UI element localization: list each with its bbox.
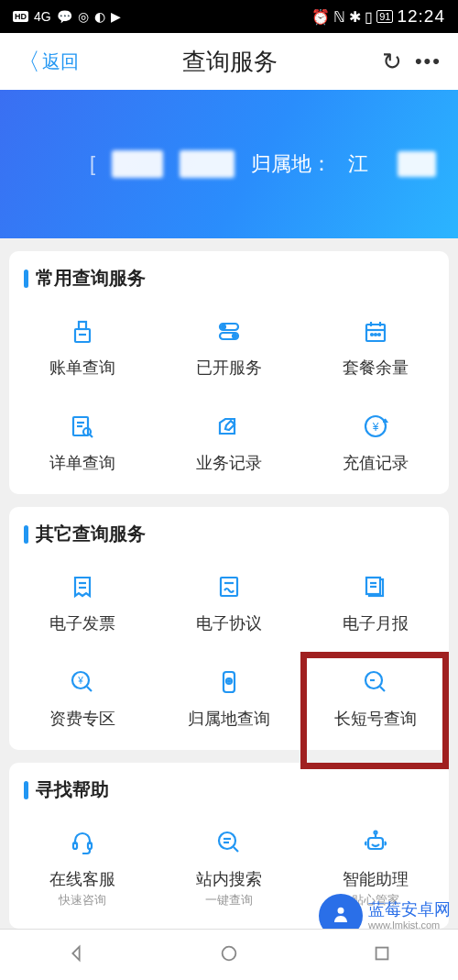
phone-number-masked bbox=[180, 150, 234, 178]
nfc-icon: ℕ bbox=[333, 8, 345, 26]
item-label: 电子发票 bbox=[49, 612, 115, 634]
svg-rect-48 bbox=[376, 947, 387, 959]
section-title: 寻找帮助 bbox=[9, 763, 449, 811]
search-doc-icon bbox=[206, 824, 252, 861]
svg-line-37 bbox=[380, 687, 385, 691]
status-bar: HD 4G 💬 ◎ ◐ ▶ ⏰ ℕ ✱ ▯ 91 12:24 bbox=[0, 0, 458, 33]
video-icon: ▶ bbox=[111, 9, 121, 24]
item-label: 在线客服 bbox=[49, 868, 115, 890]
agreement-icon bbox=[206, 568, 252, 605]
item-label: 业务记录 bbox=[196, 452, 262, 474]
e-agreement[interactable]: 电子协议 bbox=[156, 556, 302, 651]
svg-point-34 bbox=[228, 680, 230, 682]
page-title: 查询服务 bbox=[182, 46, 278, 78]
item-label: 已开服务 bbox=[196, 357, 262, 379]
svg-point-46 bbox=[375, 831, 377, 834]
svg-rect-39 bbox=[88, 842, 92, 849]
title-accent bbox=[24, 270, 28, 288]
section-other: 其它查询服务 电子发票 电子协议 电子月报 bbox=[9, 507, 449, 750]
site-search[interactable]: 站内搜索 一键查询 bbox=[156, 811, 302, 925]
number-query[interactable]: 长短号查询 bbox=[302, 651, 449, 746]
item-label: 归属地查询 bbox=[188, 708, 270, 730]
attribution-value: 江 bbox=[348, 150, 368, 178]
svg-line-31 bbox=[87, 687, 92, 691]
attribution-query[interactable]: 归属地查询 bbox=[156, 651, 302, 746]
music-icon: ◐ bbox=[94, 9, 105, 24]
back-button[interactable]: 〈 返回 bbox=[16, 46, 79, 78]
chevron-left-icon: 〈 bbox=[16, 46, 40, 78]
app-header: 〈 返回 查询服务 ↻ ••• bbox=[0, 33, 458, 90]
svg-point-13 bbox=[378, 334, 380, 336]
battery-level: 91 bbox=[376, 10, 393, 23]
nav-home-icon[interactable] bbox=[219, 943, 239, 967]
item-label: 电子协议 bbox=[196, 612, 262, 634]
robot-icon bbox=[353, 824, 398, 861]
svg-point-4 bbox=[222, 325, 225, 329]
item-label: 智能助理 bbox=[343, 868, 409, 890]
phone-number-masked bbox=[112, 150, 163, 178]
attribution-label: 归属地： bbox=[251, 150, 332, 178]
bill-icon bbox=[60, 313, 105, 349]
calendar-icon bbox=[353, 313, 398, 349]
title-accent bbox=[24, 781, 28, 799]
item-label: 套餐余量 bbox=[343, 357, 409, 379]
e-monthly-report[interactable]: 电子月报 bbox=[302, 556, 449, 651]
refresh-icon[interactable]: ↻ bbox=[382, 48, 402, 76]
package-balance[interactable]: 套餐余量 bbox=[302, 300, 449, 395]
item-label: 账单查询 bbox=[49, 357, 115, 379]
item-label: 长短号查询 bbox=[334, 708, 417, 730]
svg-point-47 bbox=[223, 946, 236, 960]
svg-point-6 bbox=[233, 335, 236, 338]
svg-text:¥: ¥ bbox=[77, 676, 83, 686]
recharge-record[interactable]: ¥ 充值记录 bbox=[302, 395, 449, 490]
bill-query[interactable]: 账单查询 bbox=[9, 300, 156, 395]
back-label: 返回 bbox=[42, 50, 79, 74]
bluetooth-icon: ✱ bbox=[349, 8, 361, 26]
detail-query[interactable]: 详单查询 bbox=[9, 395, 156, 490]
item-label: 电子月报 bbox=[343, 612, 409, 634]
svg-line-43 bbox=[234, 847, 238, 852]
svg-point-40 bbox=[219, 832, 235, 849]
tariff-zone[interactable]: ¥ 资费专区 bbox=[9, 651, 156, 746]
svg-text:¥: ¥ bbox=[372, 421, 379, 434]
item-label: 站内搜索 bbox=[196, 868, 262, 890]
section-help: 寻找帮助 在线客服 快速咨询 站内搜索 一键查询 智能助 bbox=[9, 763, 449, 929]
smart-assistant[interactable]: 智能助理 贴心管家 bbox=[302, 811, 449, 925]
e-invoice[interactable]: 电子发票 bbox=[9, 556, 156, 651]
headset-icon bbox=[60, 824, 105, 861]
detail-search-icon bbox=[60, 408, 105, 445]
nav-back-icon[interactable] bbox=[66, 943, 86, 967]
business-record[interactable]: 业务记录 bbox=[156, 395, 302, 490]
svg-point-11 bbox=[371, 334, 373, 336]
phone-banner: [ 归属地： 江 bbox=[0, 90, 458, 238]
record-icon bbox=[206, 408, 252, 445]
report-icon bbox=[353, 568, 398, 605]
svg-rect-23 bbox=[221, 578, 237, 596]
app-dot-icon: ◎ bbox=[78, 9, 89, 24]
toggle-icon bbox=[206, 313, 252, 349]
section-title: 其它查询服务 bbox=[9, 507, 449, 556]
nav-recent-icon[interactable] bbox=[372, 943, 392, 967]
alarm-icon: ⏰ bbox=[311, 8, 330, 26]
android-navigation-bar bbox=[0, 929, 458, 980]
services-enabled[interactable]: 已开服务 bbox=[156, 300, 302, 395]
vibrate-icon: ▯ bbox=[365, 8, 373, 26]
svg-point-12 bbox=[375, 334, 376, 336]
clock: 12:24 bbox=[397, 6, 445, 27]
online-service[interactable]: 在线客服 快速咨询 bbox=[9, 811, 156, 925]
section-common: 常用查询服务 账单查询 已开服务 套餐余量 bbox=[9, 251, 449, 494]
section-title: 常用查询服务 bbox=[9, 251, 449, 300]
svg-line-18 bbox=[90, 435, 93, 437]
more-icon[interactable]: ••• bbox=[415, 50, 442, 73]
item-label: 详单查询 bbox=[49, 452, 115, 474]
signal-text: 4G bbox=[34, 9, 51, 24]
item-sublabel: 快速咨询 bbox=[59, 892, 106, 908]
chat-icon: 💬 bbox=[57, 9, 72, 24]
invoice-icon bbox=[60, 568, 105, 605]
item-label: 充值记录 bbox=[343, 452, 409, 474]
svg-rect-1 bbox=[79, 322, 86, 329]
hd-badge: HD bbox=[13, 11, 28, 22]
item-sublabel: 贴心管家 bbox=[352, 892, 399, 908]
magnify-icon bbox=[353, 664, 398, 700]
yen-search-icon: ¥ bbox=[60, 664, 105, 700]
